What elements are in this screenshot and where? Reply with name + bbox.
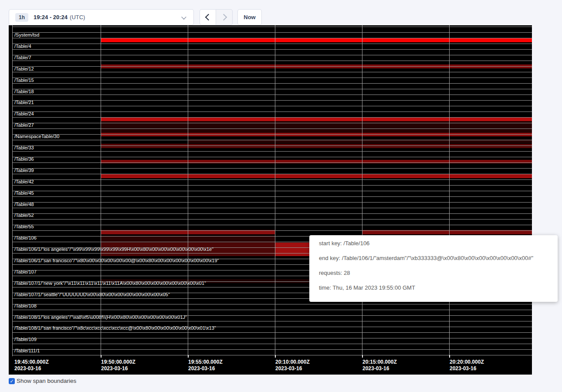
span-boundary-line: [12, 140, 532, 140]
span-boundary-line: [12, 134, 532, 135]
time-nav-group: [200, 9, 233, 25]
heat-band: [101, 144, 532, 148]
span-boundary-line: [12, 100, 532, 101]
span-boundary-line: [12, 32, 532, 33]
row-label: /Table/106/1/"los angeles"/"\x99\x99\x99…: [14, 247, 213, 252]
span-boundary-line: [12, 349, 532, 350]
span-boundary-line: [12, 78, 532, 78]
span-boundary-line: [12, 321, 532, 321]
now-button[interactable]: Now: [237, 9, 262, 25]
span-boundary-line: [12, 27, 532, 27]
toolbar: 1h 19:24 - 20:24 (UTC) Now: [0, 0, 562, 25]
time-range-select[interactable]: 1h 19:24 - 20:24 (UTC): [9, 9, 194, 25]
span-boundary-line: [12, 213, 532, 214]
span-boundary-line: [12, 304, 532, 304]
row-label: /Table/48: [14, 202, 34, 207]
axis-time-label: 20:15:00.000Z2023-03-16: [362, 359, 397, 372]
row-label: /Table/4: [14, 44, 31, 49]
time-gridline: [101, 25, 101, 356]
axis-date-text: 2023-03-16: [14, 365, 49, 372]
span-boundary-line: [12, 117, 532, 118]
row-label: /Table/108: [14, 303, 37, 309]
row-label: /Table/52: [14, 213, 34, 218]
tooltip-requests: requests: 28: [319, 270, 553, 276]
axis-tick: [362, 355, 363, 358]
row-label: /Table/45: [14, 190, 34, 196]
heatmap[interactable]: /System/tsd/Table/4/Table/7/Table/12/Tab…: [9, 25, 532, 375]
axis-time-label: 19:45:00.000Z2023-03-16: [14, 359, 49, 372]
axis-time-label: 19:55:00.000Z2023-03-16: [188, 359, 223, 372]
span-boundary-line: [12, 44, 532, 44]
row-label: /Table/108/1/"los angeles"/"\xa8\xf5\u00…: [14, 314, 187, 320]
footer: ✓ Show span boundaries: [9, 378, 76, 384]
heatmap-tooltip: start key: /Table/106 end key: /Table/10…: [309, 235, 558, 302]
row-label: /Table/36: [14, 156, 34, 162]
time-gridline: [12, 25, 13, 356]
axis-time-text: 19:55:00.000Z: [188, 359, 223, 365]
axis-time-label: 20:20:00.000Z2023-03-16: [450, 359, 484, 372]
span-boundary-line: [12, 219, 532, 220]
span-boundary-line: [12, 123, 532, 123]
previous-range-button[interactable]: [200, 9, 216, 25]
span-boundary-line: [12, 83, 532, 84]
axis-date-text: 2023-03-16: [362, 365, 397, 372]
axis-date-text: 2023-03-16: [275, 365, 310, 372]
chevron-down-icon: [181, 14, 186, 19]
range-timezone: (UTC): [70, 14, 85, 20]
show-span-boundaries-checkbox[interactable]: ✓: [9, 378, 15, 384]
row-label: /Table/7: [14, 55, 31, 61]
chevron-right-icon: [220, 14, 227, 21]
row-label: /Table/108/1/"san francisco"/"\x8c\xcc\x…: [14, 325, 216, 331]
axis-time-label: 19:50:00.000Z2023-03-16: [101, 359, 135, 372]
span-boundary-line: [12, 332, 532, 333]
span-boundary-line: [12, 196, 532, 197]
axis-time-text: 20:20:00.000Z: [450, 359, 484, 365]
range-text: 19:24 - 20:24: [34, 14, 68, 20]
span-boundary-line: [12, 157, 532, 157]
span-boundary-line: [12, 225, 532, 225]
axis-time-text: 20:10:00.000Z: [275, 359, 310, 365]
next-range-button[interactable]: [216, 9, 233, 25]
axis-tick: [101, 355, 102, 358]
row-label: /Table/27: [14, 122, 34, 128]
row-label: /Table/107/1/"seattle"/"UUUUUUD\x00\x80\…: [14, 292, 170, 297]
row-label: /Table/12: [14, 66, 34, 72]
heat-band: [101, 174, 532, 178]
span-boundary-line: [12, 89, 532, 89]
chevron-left-icon: [205, 14, 212, 21]
row-label: /Table/55: [14, 224, 34, 230]
span-boundary-line: [12, 191, 532, 191]
axis-time-text: 19:45:00.000Z: [14, 359, 49, 365]
row-label: /Table/33: [14, 145, 34, 151]
span-boundary-line: [12, 202, 532, 203]
span-boundary-line: [12, 230, 532, 231]
axis-tick: [449, 355, 450, 358]
span-boundary-line: [12, 344, 532, 344]
span-boundary-line: [12, 61, 532, 61]
row-label: /Table/106/1/"san francisco"/"\x80\x00\x…: [14, 258, 219, 264]
span-boundary-line: [12, 112, 532, 112]
row-label: /Table/111/1: [14, 348, 40, 354]
span-boundary-line: [12, 162, 532, 163]
time-gridline: [188, 25, 188, 356]
span-boundary-line: [12, 208, 532, 208]
span-boundary-line: [12, 310, 532, 310]
row-label: /Table/21: [14, 100, 34, 105]
axis-time-text: 19:50:00.000Z: [101, 359, 135, 365]
span-boundary-line: [12, 185, 532, 186]
show-span-boundaries-label: Show span boundaries: [17, 378, 76, 384]
span-boundary-line: [12, 145, 532, 146]
axis-time-label: 20:10:00.000Z2023-03-16: [275, 359, 310, 372]
axis-date-text: 2023-03-16: [450, 365, 484, 372]
tooltip-time: time: Thu, 16 Mar 2023 19:55:00 GMT: [319, 285, 553, 291]
tooltip-end-key: end key: /Table/106/1/"amsterdam"/"\xb33…: [319, 255, 553, 261]
row-label: /System/tsd: [14, 32, 39, 38]
span-boundary-line: [12, 174, 532, 174]
span-boundary-line: [12, 168, 532, 169]
span-boundary-line: [12, 66, 532, 67]
key-visualizer-page: 1h 19:24 - 20:24 (UTC) Now /System/tsd/T…: [0, 0, 562, 392]
axis-date-text: 2023-03-16: [101, 365, 135, 372]
tooltip-start-key: start key: /Table/106: [319, 240, 553, 247]
heat-band: [101, 38, 532, 42]
span-boundary-line: [12, 128, 532, 129]
